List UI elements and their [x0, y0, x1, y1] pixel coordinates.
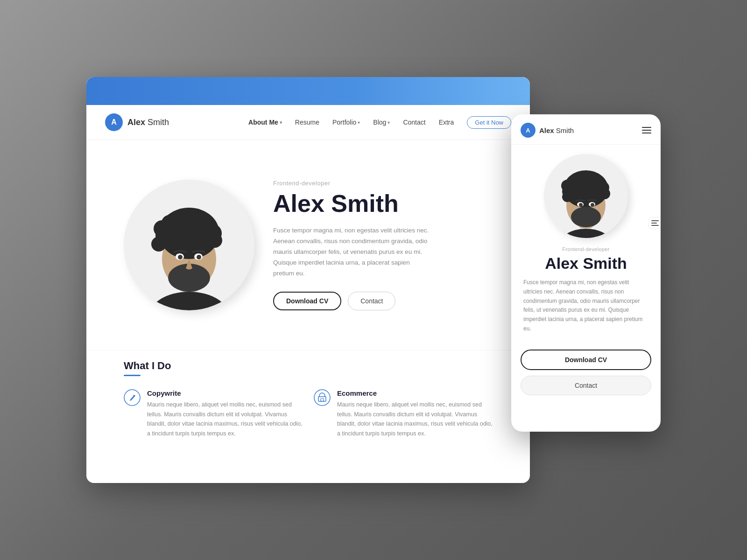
desktop-card: A Alex Smith About Me ▾ Resume Portfolio…: [86, 77, 530, 483]
svg-point-37: [599, 188, 610, 199]
service-copywrite: Copywrite Mauris neque libero, aliquet v…: [124, 389, 303, 439]
mobile-logo-letter: A: [526, 127, 530, 134]
nav-arrow-portfolio: ▾: [358, 120, 360, 125]
section-title: What I Do: [124, 360, 493, 372]
svg-rect-23: [321, 399, 324, 401]
mobile-logo-circle: A: [521, 123, 536, 138]
desktop-navbar: A Alex Smith About Me ▾ Resume Portfolio…: [86, 105, 530, 140]
svg-point-15: [151, 237, 166, 252]
nav-link-blog[interactable]: Blog ▾: [373, 119, 390, 126]
svg-rect-22: [318, 397, 326, 401]
scene: A Alex Smith About Me ▾ Resume Portfolio…: [86, 77, 661, 483]
pencil-icon: [124, 389, 141, 406]
service-ecommerce-desc: Mauris neque libero, aliquet vel mollis …: [337, 400, 493, 439]
svg-point-38: [562, 192, 572, 202]
mobile-avatar: [544, 154, 628, 238]
mobile-hero-description: Fusce tempor magna mi, non egestas velit…: [521, 278, 651, 334]
section-underline: [124, 375, 141, 376]
nav-link-contact[interactable]: Contact: [403, 119, 425, 126]
nav-link-portfolio[interactable]: Portfolio ▾: [332, 119, 360, 126]
svg-point-41: [579, 203, 583, 207]
service-ecommerce-content: Ecommerce Mauris neque libero, aliquet v…: [337, 389, 493, 439]
desktop-logo-bold: Alex: [127, 118, 145, 127]
hamburger-icon[interactable]: [642, 127, 651, 133]
svg-point-14: [207, 233, 222, 248]
mobile-logo-name: Alex Smith: [539, 126, 574, 134]
what-i-do-section: What I Do Copywrite Mauris neque libero: [86, 350, 530, 457]
desktop-logo-circle: A: [105, 113, 123, 131]
service-copywrite-content: Copywrite Mauris neque libero, aliquet v…: [147, 389, 303, 439]
desktop-logo-name: Alex Smith: [127, 118, 169, 127]
desktop-hero: Frontend-developer Alex Smith Fusce temp…: [86, 140, 530, 350]
mobile-card: A Alex Smith: [511, 114, 661, 432]
svg-point-19: [197, 255, 201, 259]
mobile-hero-title: Alex Smith: [545, 254, 627, 273]
desktop-avatar: [124, 180, 254, 310]
svg-point-21: [314, 390, 330, 406]
mobile-buttons: Download CV Contact: [511, 350, 661, 395]
desktop-logo-rest: Smith: [145, 118, 169, 127]
desktop-logo-letter: A: [111, 118, 117, 126]
mobile-hero: Frontend-developer Alex Smith Fusce temp…: [511, 145, 661, 350]
service-ecommerce-title: Ecommerce: [337, 389, 493, 397]
svg-point-42: [591, 203, 594, 207]
svg-point-18: [178, 255, 183, 259]
download-cv-button[interactable]: Download CV: [273, 292, 341, 310]
mobile-navbar: A Alex Smith: [511, 114, 661, 145]
service-ecommerce: Ecommerce Mauris neque libero, aliquet v…: [314, 389, 493, 439]
nav-arrow-blog: ▾: [388, 120, 390, 125]
hero-description: Fusce tempor magna mi, non egestas velit…: [273, 225, 432, 279]
mobile-logo-rest: Smith: [554, 126, 574, 134]
contact-button[interactable]: Contact: [348, 292, 395, 310]
mobile-hero-subtitle: Frontend-developer: [562, 246, 609, 252]
hero-buttons: Download CV Contact: [273, 292, 502, 310]
desktop-topbar: [86, 77, 530, 105]
services-grid: Copywrite Mauris neque libero, aliquet v…: [124, 389, 493, 439]
mobile-contact-button[interactable]: Contact: [521, 376, 651, 395]
mobile-logo-bold: Alex: [539, 126, 554, 134]
nav-link-aboutme[interactable]: About Me ▾: [248, 119, 282, 126]
hero-subtitle: Frontend-developer: [273, 180, 502, 187]
mobile-download-button[interactable]: Download CV: [521, 350, 651, 370]
getit-button[interactable]: Get it Now: [467, 116, 511, 129]
nav-link-extra[interactable]: Extra: [439, 119, 454, 126]
mobile-sidebar-icon[interactable]: [648, 217, 661, 229]
hero-title: Alex Smith: [273, 190, 502, 217]
store-icon: [314, 389, 331, 406]
nav-arrow-aboutme: ▾: [280, 120, 282, 125]
service-copywrite-title: Copywrite: [147, 389, 303, 397]
svg-point-43: [571, 207, 601, 227]
nav-link-resume[interactable]: Resume: [295, 119, 319, 126]
desktop-nav-links: About Me ▾ Resume Portfolio ▾ Blog ▾ Con…: [248, 116, 511, 129]
desktop-hero-content: Frontend-developer Alex Smith Fusce temp…: [273, 180, 502, 311]
service-copywrite-desc: Mauris neque libero, aliquet vel mollis …: [147, 400, 303, 439]
